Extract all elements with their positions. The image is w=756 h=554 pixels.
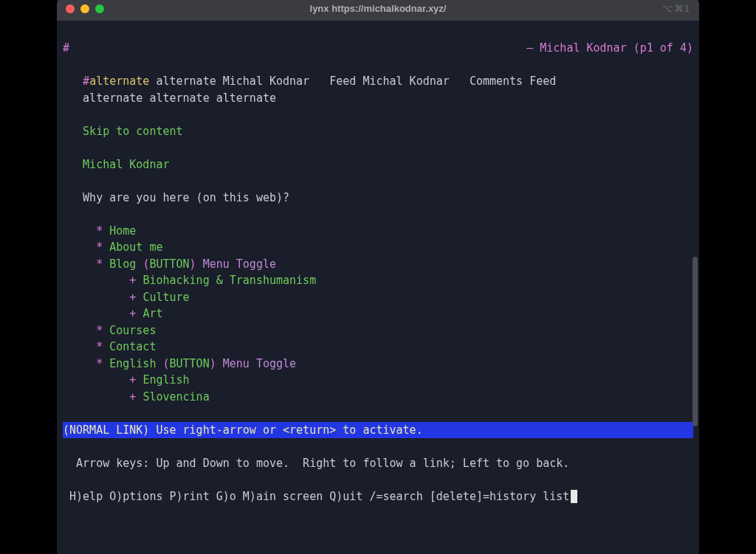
close-icon[interactable]: [66, 4, 75, 13]
cursor-icon: [571, 490, 577, 503]
nav-blog[interactable]: Blog: [109, 257, 136, 271]
titlebar: lynx https://michalkodnar.xyz/ ⌥⌘1: [57, 0, 699, 21]
link-skip-to-content[interactable]: Skip to content: [83, 125, 182, 138]
terminal-body[interactable]: #— Michal Kodnar (p1 of 4) #alternate al…: [57, 21, 699, 555]
nav-courses[interactable]: Courses: [109, 324, 156, 337]
traffic-lights: [66, 4, 104, 13]
nav-lang-english[interactable]: English: [142, 373, 189, 387]
maximize-icon[interactable]: [95, 4, 104, 13]
scrollbar[interactable]: [693, 257, 698, 426]
minimize-icon[interactable]: [80, 4, 89, 13]
nav-home[interactable]: Home: [109, 224, 136, 238]
nav-contact[interactable]: Contact: [109, 340, 156, 353]
meta-text-2: alternate alternate alternate: [83, 91, 276, 105]
subbullet: +: [129, 274, 136, 287]
subbullet: +: [129, 291, 136, 304]
footer-line-2: H)elp O)ptions P)rint G)o M)ain screen Q…: [63, 490, 569, 503]
button-label[interactable]: BUTTON: [149, 257, 189, 271]
window-title: lynx https://michalkodnar.xyz/: [57, 3, 699, 14]
bullet: *: [96, 240, 103, 254]
footer-line-1: Arrow keys: Up and Down to move. Right t…: [63, 455, 693, 472]
subbullet: +: [129, 307, 136, 320]
link-site-title[interactable]: Michal Kodnar: [83, 158, 169, 171]
tagline-text: Why are you here (on this web)?: [83, 191, 289, 204]
menu-toggle-label: Menu Toggle: [203, 257, 276, 271]
hash-prompt: #: [63, 40, 69, 57]
bullet: *: [96, 224, 103, 238]
subbullet: +: [129, 373, 136, 387]
meta-text-1: alternate Michal Kodnar Feed Michal Kodn…: [149, 75, 556, 88]
window-shortcut: ⌥⌘1: [662, 3, 690, 14]
meta-hash: #: [83, 75, 89, 88]
bullet: *: [96, 257, 103, 271]
nav-art[interactable]: Art: [142, 307, 162, 320]
bullet: *: [96, 357, 103, 370]
bullet: *: [96, 340, 103, 353]
nav-english[interactable]: English: [109, 357, 156, 370]
button-label[interactable]: BUTTON: [170, 357, 210, 370]
nav-about[interactable]: About me: [109, 240, 162, 254]
terminal-window: lynx https://michalkodnar.xyz/ ⌥⌘1 #— Mi…: [57, 0, 699, 554]
bullet: *: [96, 324, 103, 337]
status-bar: (NORMAL LINK) Use right-arrow or <return…: [63, 422, 693, 439]
page-indicator: — Michal Kodnar (p1 of 4): [526, 40, 693, 57]
nav-lang-slovencina[interactable]: Slovencina: [142, 390, 209, 404]
menu-toggle-label: Menu Toggle: [223, 357, 296, 370]
nav-biohacking[interactable]: Biohacking & Transhumanism: [142, 274, 316, 287]
nav-culture[interactable]: Culture: [142, 291, 189, 304]
subbullet: +: [129, 390, 136, 404]
link-alternate[interactable]: alternate: [89, 75, 149, 88]
